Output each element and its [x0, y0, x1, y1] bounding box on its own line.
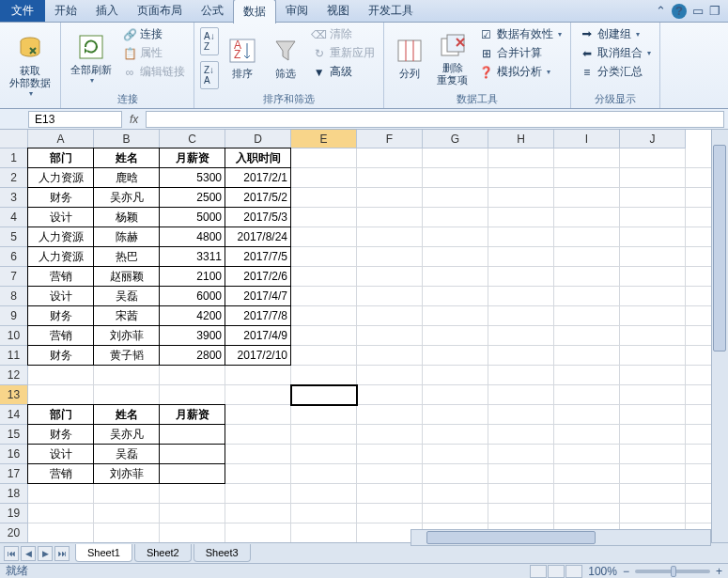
- cell-G12[interactable]: [423, 366, 488, 385]
- tab-layout[interactable]: 页面布局: [128, 0, 192, 23]
- cell-E14[interactable]: [291, 405, 357, 425]
- cell-A15[interactable]: 财务: [27, 424, 94, 445]
- advanced-filter-button[interactable]: ▼高级: [309, 63, 378, 81]
- cell-I6[interactable]: [554, 247, 620, 267]
- cell-C8[interactable]: 6000: [159, 286, 225, 306]
- cell-B18[interactable]: [94, 484, 160, 504]
- cell-C9[interactable]: 4200: [159, 305, 225, 326]
- cell-F17[interactable]: [357, 464, 423, 484]
- cell-I1[interactable]: [554, 148, 620, 168]
- cell-D11[interactable]: 2017/2/10: [225, 345, 291, 366]
- cell-D15[interactable]: [225, 425, 291, 445]
- row-header-3[interactable]: 3: [0, 188, 28, 208]
- cell-B1[interactable]: 姓名: [93, 148, 160, 168]
- cell-E20[interactable]: [291, 523, 357, 543]
- cell-D10[interactable]: 2017/4/9: [225, 325, 291, 346]
- horizontal-scrollbar[interactable]: [410, 529, 711, 546]
- col-header-C[interactable]: C: [160, 130, 225, 148]
- tab-dev[interactable]: 开发工具: [359, 0, 423, 23]
- cell-I17[interactable]: [554, 464, 620, 484]
- cell-D19[interactable]: [225, 504, 291, 523]
- cell-C10[interactable]: 3900: [159, 325, 225, 346]
- edit-links-button[interactable]: ∞编辑链接: [119, 63, 188, 81]
- select-all-corner[interactable]: [0, 130, 28, 148]
- cell-J14[interactable]: [620, 405, 686, 425]
- worksheet-grid[interactable]: ABCDEFGHIJ 12345678910111213141516171819…: [0, 130, 728, 555]
- row-header-1[interactable]: 1: [0, 148, 28, 168]
- row-header-19[interactable]: 19: [0, 504, 28, 523]
- cell-F6[interactable]: [357, 247, 423, 267]
- cell-H14[interactable]: [488, 405, 554, 425]
- cell-H9[interactable]: [488, 306, 554, 326]
- data-validation-button[interactable]: ☑数据有效性▾: [476, 25, 565, 43]
- cell-J12[interactable]: [620, 366, 686, 385]
- row-header-11[interactable]: 11: [0, 346, 28, 366]
- row-header-2[interactable]: 2: [0, 168, 28, 188]
- cell-H8[interactable]: [488, 287, 554, 306]
- cell-A3[interactable]: 财务: [27, 187, 94, 208]
- zoom-slider-thumb[interactable]: [671, 566, 676, 577]
- cell-A14[interactable]: 部门: [27, 404, 94, 425]
- hscroll-thumb[interactable]: [426, 531, 596, 544]
- zoom-slider[interactable]: [635, 570, 710, 573]
- cell-A9[interactable]: 财务: [27, 305, 94, 326]
- cell-A10[interactable]: 营销: [27, 325, 94, 346]
- tab-formula[interactable]: 公式: [192, 0, 233, 23]
- cell-E12[interactable]: [291, 366, 357, 385]
- cell-J18[interactable]: [620, 484, 686, 504]
- window-restore-icon[interactable]: ❐: [709, 4, 720, 18]
- cell-G1[interactable]: [423, 148, 488, 168]
- col-header-J[interactable]: J: [620, 130, 686, 148]
- cell-I16[interactable]: [554, 445, 620, 464]
- tab-nav-next[interactable]: ▶: [38, 546, 53, 561]
- text-to-columns-button[interactable]: 分列: [390, 25, 429, 90]
- cell-D12[interactable]: [225, 366, 291, 385]
- cell-G5[interactable]: [423, 227, 488, 247]
- row-header-8[interactable]: 8: [0, 287, 28, 306]
- cell-B13[interactable]: [94, 385, 160, 405]
- cell-H19[interactable]: [488, 504, 554, 523]
- cell-A16[interactable]: 设计: [27, 444, 94, 464]
- consolidate-button[interactable]: ⊞合并计算: [476, 44, 565, 62]
- tab-nav-first[interactable]: ⏮: [4, 546, 19, 561]
- cell-G8[interactable]: [423, 287, 488, 306]
- cell-B7[interactable]: 赵丽颖: [93, 266, 160, 287]
- cell-E18[interactable]: [291, 484, 357, 504]
- cell-H17[interactable]: [488, 464, 554, 484]
- cell-C17[interactable]: [159, 463, 225, 484]
- vscroll-thumb[interactable]: [713, 145, 726, 351]
- tab-home[interactable]: 开始: [45, 0, 86, 23]
- cell-I7[interactable]: [554, 267, 620, 287]
- cell-F13[interactable]: [357, 385, 423, 405]
- connections-button[interactable]: 🔗连接: [119, 25, 188, 43]
- cell-A6[interactable]: 人力资源: [27, 246, 94, 267]
- cell-E4[interactable]: [291, 208, 357, 227]
- cell-D4[interactable]: 2017/5/3: [225, 207, 291, 227]
- cell-F19[interactable]: [357, 504, 423, 523]
- cell-G4[interactable]: [423, 208, 488, 227]
- cell-D14[interactable]: [225, 405, 291, 425]
- cell-C4[interactable]: 5000: [159, 207, 225, 227]
- cell-I12[interactable]: [554, 366, 620, 385]
- sort-asc-button[interactable]: A↓Z: [200, 27, 219, 55]
- cell-J15[interactable]: [620, 425, 686, 445]
- cell-B6[interactable]: 热巴: [93, 246, 160, 267]
- cell-H12[interactable]: [488, 366, 554, 385]
- cell-I18[interactable]: [554, 484, 620, 504]
- cell-C3[interactable]: 2500: [159, 187, 225, 208]
- row-header-17[interactable]: 17: [0, 464, 28, 484]
- cell-D2[interactable]: 2017/2/1: [225, 167, 291, 188]
- cell-A12[interactable]: [28, 366, 94, 385]
- cell-I15[interactable]: [554, 425, 620, 445]
- cell-B11[interactable]: 黄子韬: [93, 345, 160, 366]
- cell-B4[interactable]: 杨颖: [93, 207, 160, 227]
- cell-C15[interactable]: [159, 424, 225, 445]
- cell-E10[interactable]: [291, 326, 357, 346]
- cell-I2[interactable]: [554, 168, 620, 188]
- cell-F5[interactable]: [357, 227, 423, 247]
- cell-C2[interactable]: 5300: [159, 167, 225, 188]
- properties-button[interactable]: 📋属性: [119, 44, 188, 62]
- cell-I11[interactable]: [554, 346, 620, 366]
- cell-B5[interactable]: 陈赫: [93, 227, 160, 247]
- cell-H1[interactable]: [488, 148, 554, 168]
